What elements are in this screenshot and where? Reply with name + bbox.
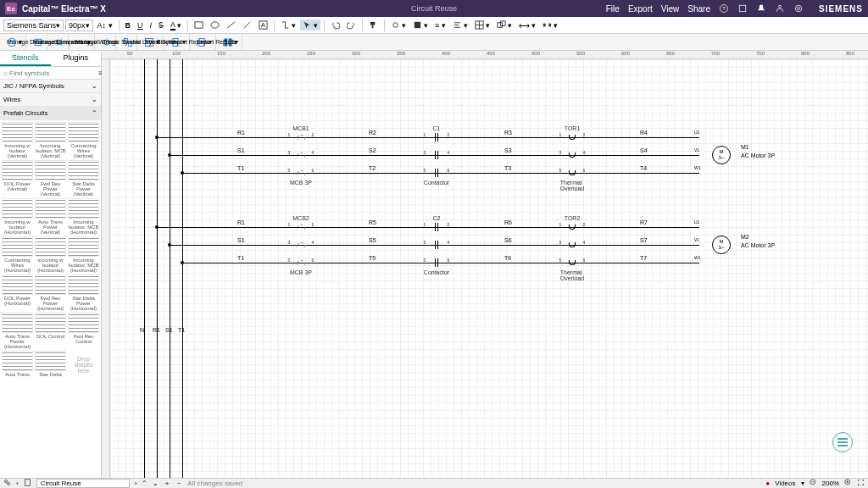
undo-button[interactable] [328,19,342,30]
videos-button[interactable]: Videos [775,480,795,487]
menu-share[interactable]: Share [687,4,710,14]
accordion-prefab[interactable]: Prefab Circuits⌃ [0,107,101,120]
stencil-item[interactable]: Auto Trans [2,351,33,379]
select-tool[interactable]: ▾ [300,19,320,30]
stencil-item[interactable]: Star Delta Power (Vertical) [68,160,99,197]
search-input[interactable] [9,69,98,77]
stencil-item[interactable]: Fwd Rev Power (Vertical) [35,160,66,197]
page-name-select[interactable]: Circuit Reuse [36,479,130,488]
stencil-item[interactable]: Incoming Isolator, MCB (Horizontal) [68,236,99,273]
title-blocks-button[interactable]: Title Blocks ▾ [141,34,164,50]
menu-file[interactable]: File [606,4,620,14]
tab-plugins[interactable]: Plugins [51,51,102,66]
stencil-item[interactable]: Incoming w Isolator (Horizontal) [2,198,33,235]
dimension-button[interactable]: ⟷ ▾ [516,20,539,30]
stencil-item[interactable]: DOL Power (Vertical) [2,160,33,197]
text-tool[interactable]: A [256,19,270,30]
title-bar: Ec Capital™ Electra™ X Circuit Reuse Fil… [0,0,868,17]
menu-view[interactable]: View [661,4,680,14]
link-button[interactable]: ▾ [388,19,409,30]
contactor-ref: C1 [433,125,441,131]
manage-wirings-button[interactable]: Manage Wirings ▾ [72,34,95,50]
underline-button[interactable]: U [135,20,146,30]
arrange-button[interactable]: ▾ [494,19,515,30]
add-page-button[interactable]: ＋ [164,479,170,488]
font-family-select[interactable]: Siemens Sans ▾ [3,19,64,31]
align-button[interactable]: ▾ [450,19,470,30]
export-reports-button[interactable]: Export Reports ▾ [193,34,216,50]
table-button[interactable]: ▾ [472,19,492,30]
format-painter-button[interactable] [366,19,381,30]
manage-databases-button[interactable]: Manage Databases ▾ [3,34,26,50]
bold-button[interactable]: B [123,20,134,30]
tools-button[interactable]: Tools ▾ [220,34,242,50]
stencil-item[interactable]: Fwd Rev Power (Horizontal) [35,274,66,311]
zoom-level[interactable]: 200% [822,480,839,487]
fullscreen-button[interactable] [857,479,865,488]
pen-tool[interactable] [240,19,254,30]
manage-components-button[interactable]: Manage Components [30,34,47,50]
stencil-item[interactable]: Connecting Wires (Horizontal) [2,236,33,273]
create-layout-symbol-button[interactable]: Create Layout Symbol [120,34,137,50]
remove-page-button[interactable]: － [175,479,182,488]
user-icon[interactable] [775,3,785,14]
stencil-item[interactable]: Incoming w Isolator (Horizontal) [35,236,66,273]
tab-stencils[interactable]: Stencils [0,51,51,66]
bell-icon[interactable] [756,3,766,14]
drawing-canvas[interactable]: N R1 S1 T1 R1R2R3R4U1S1S2S3S4V1T1T2T3T4W… [110,59,868,478]
stencil-item[interactable]: DOL Control [35,313,66,349]
stencil-item[interactable]: Auto Trans Power (Horizontal) [2,313,33,349]
page-next-button[interactable]: › [135,480,137,487]
stencil-item[interactable]: DOL Power (Horizontal) [2,274,33,311]
fill-button[interactable]: ▾ [410,19,431,30]
ellipse-tool[interactable] [208,19,222,30]
menu-export[interactable]: Export [628,4,653,14]
redo-button[interactable] [344,19,359,30]
font-color-button[interactable]: A ▾ [168,19,184,31]
contactor-symbol [434,151,439,159]
page-prev-button[interactable]: ‹ [16,480,19,487]
stencil-item[interactable]: Incoming Isolator, MCB (Vertical) [35,122,66,158]
generate-layout-button[interactable]: Generate Layout [51,34,69,50]
accordion-jic[interactable]: JIC / NFPA Symbols⌄ [0,80,101,93]
record-icon[interactable]: ● [765,480,770,487]
app-name: Capital™ Electra™ X [22,4,106,14]
help-icon[interactable]: ? [719,3,729,14]
stencil-item[interactable]: Star Delta Power (Horizontal) [68,274,99,311]
stencil-item[interactable]: Incoming Isolator, MCB (Horizontal) [68,198,99,235]
gear-icon[interactable] [793,3,804,14]
svg-rect-6 [195,22,203,28]
fab-menu-button[interactable] [832,432,853,452]
stencil-item[interactable]: Connecting Wires (Vertical) [68,122,99,158]
ruler-mark: 500 [531,51,540,56]
page-up-button[interactable]: ⌃ [142,480,147,487]
app-logo-icon: Ec [5,3,17,14]
line-style-button[interactable]: ≡ ▾ [432,20,448,30]
collab-icon[interactable] [3,479,11,488]
page-down-button[interactable]: ⌄ [153,480,159,487]
line-tool[interactable] [224,19,238,30]
stencil-item[interactable]: Auto Trans Power (Vertical) [35,198,66,235]
font-size-stepper[interactable]: A↕ ▾ [95,20,115,30]
tor-symbol [569,152,576,158]
zoom-out-button[interactable] [810,479,817,488]
connector-tool[interactable]: ▾ [278,19,298,30]
zoom-in-button[interactable] [844,479,852,488]
wire-label: T7 [640,255,647,261]
accordion-wires[interactable]: Wires⌄ [0,93,101,107]
rect-tool[interactable] [192,19,206,30]
strike-button[interactable]: S̶ [156,20,166,30]
book-icon[interactable] [737,3,748,14]
stencil-item[interactable]: Star Delta [35,351,66,379]
create-symbol-button[interactable]: Create Symbol [98,34,116,50]
italic-button[interactable]: I [147,20,155,30]
import-reports-button[interactable]: Import Reports ▾ [167,34,190,50]
search-icon: ⌕ [3,69,8,77]
distribute-button[interactable]: ▾ [540,19,560,30]
terminal-num: 1 [559,132,562,137]
page-list-icon[interactable] [24,479,31,488]
stencil-item[interactable]: Fwd Rev Control [68,313,99,349]
terminal-num: 6 [448,258,450,263]
font-size-select[interactable]: 90px ▾ [65,19,93,31]
stencil-item[interactable]: Incoming w Isolator (Vertical) [2,122,33,158]
